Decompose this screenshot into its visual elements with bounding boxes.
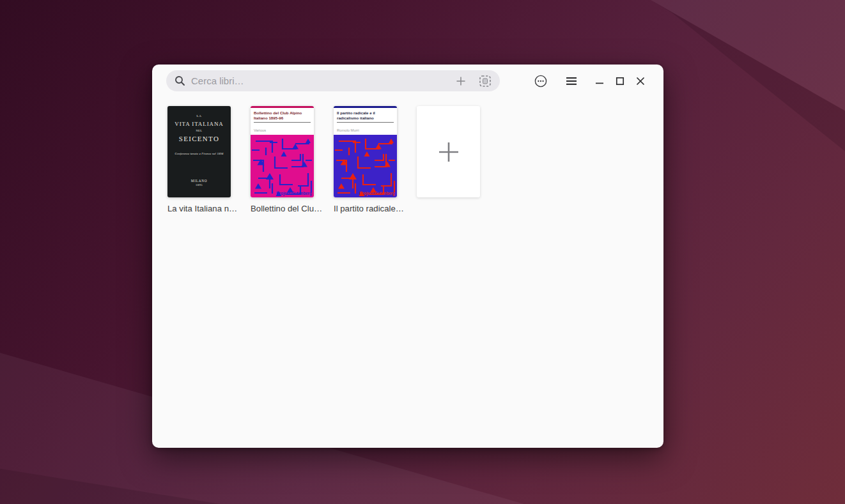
cover-subtitle: Conferenze tenute a Firenze nel 1894	[167, 152, 231, 155]
cover-rule	[337, 122, 394, 123]
dashed-frame-icon	[479, 75, 492, 88]
maximize-button[interactable]	[612, 73, 628, 89]
plus-icon	[455, 75, 467, 87]
book-cover[interactable]: Il partito radicale e il radicalismo ita…	[334, 106, 397, 197]
cover-author: Romolo Murri	[337, 128, 359, 132]
ellipsis-circle-icon	[534, 74, 548, 88]
book-tile: Il partito radicale e il radicalismo ita…	[334, 106, 397, 213]
cover-header: Bollettino del Club Alpino Italiano 1895…	[251, 106, 314, 135]
minimize-button[interactable]	[591, 73, 608, 89]
cover-text: VITA ITALIANA	[167, 121, 231, 127]
cover-place: MILANO	[167, 179, 231, 183]
view-options-button[interactable]	[532, 73, 549, 89]
minimize-icon	[595, 77, 604, 86]
book-cover[interactable]: Bollettino del Club Alpino Italiano 1895…	[251, 106, 314, 197]
book-title-caption: Bollettino del Clu…	[251, 204, 322, 213]
library-window: LA VITA ITALIANA NEL SEICENTO Conferenze…	[152, 65, 663, 448]
book-cover[interactable]: LA VITA ITALIANA NEL SEICENTO Conferenze…	[167, 106, 231, 197]
search-icon	[174, 75, 185, 86]
cover-author: Various	[254, 128, 266, 132]
cover-pattern	[334, 135, 397, 197]
cover-publisher: Project Gutenberg	[359, 191, 395, 195]
close-icon	[636, 77, 645, 86]
maximize-icon	[616, 77, 624, 86]
book-grid: LA VITA ITALIANA NEL SEICENTO Conferenze…	[167, 106, 480, 213]
cover-rule	[254, 122, 311, 123]
search-bar	[166, 70, 500, 91]
close-button[interactable]	[632, 73, 649, 89]
add-book-tile	[417, 106, 480, 213]
cover-text: SEICENTO	[167, 135, 231, 142]
main-menu-button[interactable]	[563, 73, 580, 89]
cover-title: Il partito radicale e il radicalismo ita…	[334, 108, 397, 121]
book-tile: LA VITA ITALIANA NEL SEICENTO Conferenze…	[167, 106, 231, 213]
add-book-placeholder[interactable]	[417, 106, 480, 197]
book-title-caption: La vita Italiana n…	[167, 204, 239, 213]
cover-year: 1895	[167, 183, 231, 187]
import-books-button[interactable]	[473, 70, 497, 91]
plus-icon	[437, 141, 460, 164]
cover-header: Il partito radicale e il radicalismo ita…	[334, 106, 397, 135]
search-input[interactable]	[191, 75, 449, 86]
cover-pattern	[251, 135, 314, 197]
add-book-button[interactable]	[449, 70, 473, 91]
cover-text: NEL	[167, 129, 231, 132]
cover-publisher: Project Gutenberg	[276, 191, 312, 195]
cover-text: LA	[167, 106, 231, 118]
book-title-caption: Il partito radicale…	[334, 204, 405, 213]
hamburger-icon	[566, 77, 577, 86]
cover-title: Bollettino del Club Alpino Italiano 1895…	[251, 108, 314, 121]
book-tile: Bollettino del Club Alpino Italiano 1895…	[251, 106, 314, 213]
